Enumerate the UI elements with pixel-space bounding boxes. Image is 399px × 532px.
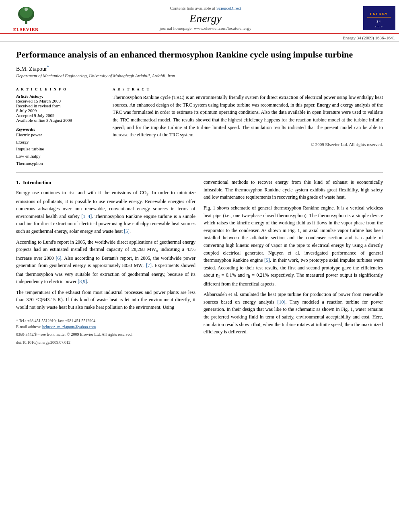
intro-para-3: The temperatures of the exhaust from mos… xyxy=(16,289,195,311)
history-label: Article history: xyxy=(16,94,105,99)
ref-7[interactable]: [7] xyxy=(146,263,152,268)
abstract-col: A B S T R A C T Thermosyphon Rankine cyc… xyxy=(113,87,383,167)
keyword-1: Electric power xyxy=(16,131,105,139)
journal-info-bar: Energy 34 (2009) 1636–1641 xyxy=(0,34,399,42)
intro-para-1: Energy use continues to rise and with it… xyxy=(16,189,195,235)
energy-logo-box: ENERGY 34 2009 xyxy=(363,6,395,30)
abstract-label: A B S T R A C T xyxy=(113,87,383,91)
footnote-email-link[interactable]: behrooz_m_ziapour@yahoo.com xyxy=(42,325,96,329)
body-col-right: conventional methods to recover energy f… xyxy=(204,179,383,345)
svg-text:ENERGY: ENERGY xyxy=(370,12,388,16)
elsevier-tree-icon xyxy=(10,5,42,25)
ref-6[interactable]: [6] xyxy=(56,255,61,261)
received-date: Received 15 March 2009 xyxy=(16,99,105,103)
ref-5a[interactable]: [5] xyxy=(124,228,130,234)
keyword-3: Impulse turbine xyxy=(16,146,105,153)
svg-point-4 xyxy=(25,8,28,11)
right-para-1: conventional methods to recover energy f… xyxy=(204,179,383,201)
journal-center: Contents lists available at ScienceDirec… xyxy=(52,2,359,33)
svg-text:34: 34 xyxy=(376,20,381,23)
available-date: Available online 3 August 2009 xyxy=(16,118,105,123)
elsevier-logo: ELSEVIER xyxy=(0,2,52,33)
abstract-text: Thermosyphon Rankine cycle (TRC) is an e… xyxy=(113,94,383,139)
shows-text: shows xyxy=(217,205,229,211)
article-history: Article history: Received 15 March 2009 … xyxy=(16,94,105,123)
journal-header: ELSEVIER Contents lists available at Sci… xyxy=(0,0,399,34)
ref-8-9[interactable]: [8,9] xyxy=(78,279,87,284)
affiliation: Department of Mechanical Engineering, Un… xyxy=(16,73,383,78)
elsevier-logo-image xyxy=(8,4,44,26)
received-revised-label: Received in revised form xyxy=(16,103,105,108)
intro-heading: 1. Introduction xyxy=(16,179,195,187)
ref-5b[interactable]: [5] xyxy=(264,257,270,263)
footnote-email-line: E-mail address: behrooz_m_ziapour@yahoo.… xyxy=(16,324,195,330)
right-para-3: Akbarzadeh et al. simulated the heat pip… xyxy=(204,291,383,336)
sciencedirect-line: Contents lists available at ScienceDirec… xyxy=(170,6,241,10)
main-content: Performance analysis of an enhanced ther… xyxy=(0,42,399,353)
copyright-line: © 2009 Elsevier Ltd. All rights reserved… xyxy=(113,142,383,147)
footnote-area: * Tel.: +98 451 5512910; fax: +981 451 5… xyxy=(16,315,195,345)
right-para-2: Fig. 1 shows schematic of general thermo… xyxy=(204,204,383,288)
journal-homepage: journal homepage: www.elsevier.com/locat… xyxy=(160,26,251,31)
footnote-tel: * Tel.: +98 451 5512910; fax: +981 451 5… xyxy=(16,318,195,324)
article-title: Performance analysis of an enhanced ther… xyxy=(16,49,383,61)
article-info-col: A R T I C L E I N F O Article history: R… xyxy=(16,87,105,167)
intro-para-2: According to Lund's report in 2005, the … xyxy=(16,238,195,286)
sciencedirect-link[interactable]: ScienceDirect xyxy=(216,6,241,10)
ref-1-4[interactable]: [1–4] xyxy=(81,214,92,219)
journal-name: Energy xyxy=(189,12,222,25)
body-col-left: 1. Introduction Energy use continues to … xyxy=(16,179,195,345)
body-columns: 1. Introduction Energy use continues to … xyxy=(16,179,383,345)
received-revised-date: 8 July 2009 xyxy=(16,108,105,113)
sciencedirect-prefix: Contents lists available at xyxy=(170,6,216,10)
keywords-label: Keywords: xyxy=(16,127,105,131)
elsevier-text: ELSEVIER xyxy=(13,27,39,32)
author-name: B.M. Ziapour* xyxy=(16,65,383,72)
accepted-date: Accepted 9 July 2009 xyxy=(16,113,105,118)
energy-journal-icon: ENERGY 34 2009 xyxy=(364,6,394,30)
keyword-4: Low enthalpy xyxy=(16,153,105,160)
keyword-2: Exergy xyxy=(16,139,105,146)
doi-line: doi:10.1016/j.energy.2009.07.012 xyxy=(16,339,195,346)
keyword-5: Thermosyphon xyxy=(16,160,105,167)
svg-text:2009: 2009 xyxy=(374,25,383,28)
intro-heading-num: 1. xyxy=(16,179,20,185)
energy-logo-right: ENERGY 34 2009 xyxy=(359,2,399,33)
article-info-label: A R T I C L E I N F O xyxy=(16,87,105,91)
keywords-section: Keywords: Electric power Exergy Impulse … xyxy=(16,127,105,167)
article-info-abstract: A R T I C L E I N F O Article history: R… xyxy=(16,83,383,167)
ref-10[interactable]: [10] xyxy=(277,299,285,305)
author-name-text: B.M. Ziapour xyxy=(16,66,47,72)
copyright-notice: 0360-5442/$ – see front matter © 2009 El… xyxy=(16,331,195,338)
footnote-email-label: E-mail address: xyxy=(16,325,42,329)
section-divider xyxy=(16,173,383,173)
intro-heading-label: Introduction xyxy=(23,179,51,185)
author-sup: * xyxy=(47,65,49,69)
